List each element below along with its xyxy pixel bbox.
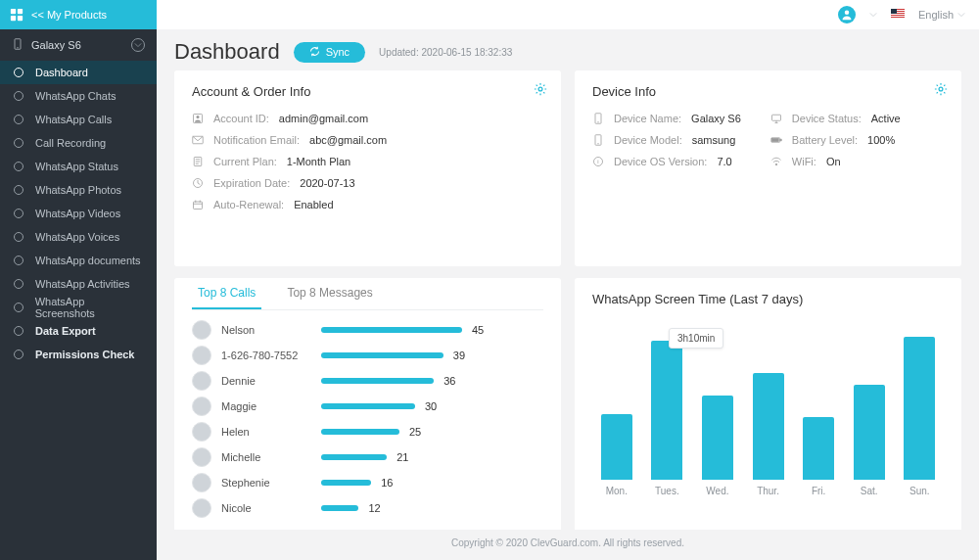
bar — [321, 378, 434, 384]
bar-wrap: 36 — [321, 375, 543, 387]
info-value: Active — [871, 113, 901, 124]
contact-name: Stephenie — [221, 477, 311, 489]
sidebar-item-data-export[interactable]: Data Export — [0, 319, 157, 343]
info-value: 100% — [867, 134, 895, 146]
my-products-link[interactable]: << My Products — [0, 0, 157, 29]
sidebar-item-label: Dashboard — [35, 67, 88, 78]
info-value: Galaxy S6 — [691, 113, 741, 124]
svg-point-12 — [15, 210, 23, 218]
menu-icon — [12, 255, 25, 266]
phone-icon — [12, 38, 23, 52]
contact-name: Maggie — [221, 400, 311, 412]
sidebar-item-whatsapp-chats[interactable]: WhatsApp Chats — [0, 84, 157, 108]
sidebar-item-whatsapp-voices[interactable]: WhatsApp Voices — [0, 225, 157, 249]
avatar — [192, 346, 211, 365]
svg-rect-51 — [780, 139, 782, 141]
info-value: samsung — [692, 134, 736, 146]
chart-column[interactable]: Thur. — [750, 373, 787, 496]
svg-rect-2 — [11, 16, 16, 21]
account-card: Account & Order Info Account ID: admin@g… — [174, 70, 561, 266]
svg-point-11 — [15, 186, 23, 195]
device-selector[interactable]: Galaxy S6 — [0, 29, 157, 61]
info-icon — [592, 134, 604, 146]
menu-icon — [12, 161, 25, 172]
svg-point-40 — [939, 87, 943, 91]
bar — [321, 429, 399, 435]
avatar — [192, 498, 211, 518]
bar — [321, 505, 358, 511]
chart-column[interactable]: Fri. — [800, 417, 837, 496]
tab-top-calls[interactable]: Top 8 Calls — [192, 282, 261, 309]
chart-bar — [904, 337, 935, 480]
sidebar-item-whatsapp-activities[interactable]: WhatsApp Activities — [0, 272, 157, 296]
info-value: admin@gmail.com — [279, 113, 368, 124]
info-row: Account ID: admin@gmail.com — [192, 113, 543, 124]
bar-wrap: 12 — [321, 502, 543, 514]
chevron-down-icon[interactable] — [869, 9, 877, 21]
menu-icon — [12, 114, 25, 125]
contact-name: Dennie — [221, 375, 311, 387]
chart-bar — [601, 414, 632, 481]
svg-rect-24 — [891, 15, 905, 16]
menu-icon — [12, 302, 25, 313]
menu-icon — [12, 231, 25, 243]
sidebar-item-whatsapp-documents[interactable]: WhatsApp documents — [0, 249, 157, 272]
chart-column[interactable]: Sun. — [901, 337, 938, 496]
call-row: Michelle21 — [192, 447, 543, 467]
main: English Dashboard Sync Updated: 2020-06-… — [157, 0, 979, 560]
sidebar-item-call-recording[interactable]: Call Recording — [0, 131, 157, 155]
bar — [321, 454, 387, 460]
bar-wrap: 39 — [321, 350, 543, 361]
sync-icon — [309, 46, 320, 59]
svg-point-15 — [15, 280, 23, 289]
sidebar-item-whatsapp-screenshots[interactable]: WhatsApp Screenshots — [0, 296, 157, 319]
chart-column[interactable]: Wed. — [699, 396, 736, 496]
sync-button[interactable]: Sync — [294, 42, 365, 63]
svg-point-7 — [15, 92, 23, 101]
gear-icon[interactable] — [534, 82, 547, 99]
chart-column[interactable]: Sat. — [851, 385, 888, 497]
svg-point-16 — [14, 303, 23, 312]
sidebar-item-whatsapp-photos[interactable]: WhatsApp Photos — [0, 178, 157, 202]
menu-icon — [12, 325, 25, 337]
avatar — [192, 371, 211, 391]
tabs: Top 8 Calls Top 8 Messages — [192, 282, 543, 310]
svg-point-19 — [845, 11, 850, 16]
svg-rect-36 — [194, 202, 203, 210]
chart-label: Sat. — [861, 486, 878, 496]
contact-name: 1-626-780-7552 — [221, 350, 311, 361]
info-icon: i — [592, 156, 604, 167]
tab-top-messages[interactable]: Top 8 Messages — [281, 282, 378, 309]
flag-icon — [891, 9, 905, 21]
sidebar-item-whatsapp-calls[interactable]: WhatsApp Calls — [0, 108, 157, 131]
info-label: Notification Email: — [213, 134, 300, 146]
info-icon — [770, 113, 782, 124]
user-avatar[interactable] — [838, 6, 856, 23]
svg-rect-52 — [771, 139, 778, 142]
sidebar-item-whatsapp-videos[interactable]: WhatsApp Videos — [0, 202, 157, 225]
info-label: Account ID: — [213, 113, 269, 124]
chart-column[interactable]: Mon. — [598, 414, 635, 497]
sidebar-item-whatsapp-status[interactable]: WhatsApp Status — [0, 155, 157, 178]
gear-icon[interactable] — [934, 82, 948, 99]
sidebar-item-dashboard[interactable]: Dashboard — [0, 61, 157, 84]
bar — [321, 352, 443, 358]
info-label: Device Status: — [792, 113, 862, 124]
info-icon — [192, 156, 204, 167]
info-row: Expiration Date: 2020-07-13 — [192, 177, 543, 189]
call-row: Nicole12 — [192, 498, 543, 518]
svg-rect-26 — [891, 9, 897, 14]
chart-label: Sun. — [909, 486, 930, 496]
info-label: Battery Level: — [792, 134, 858, 146]
sidebar-item-label: WhatsApp Voices — [35, 231, 119, 243]
calls-card: Top 8 Calls Top 8 Messages Nelson451-626… — [174, 278, 561, 530]
language-selector[interactable]: English — [918, 9, 965, 21]
chart-column[interactable]: Tues. — [649, 341, 686, 497]
menu-icon — [12, 349, 25, 360]
bar-wrap: 16 — [321, 477, 543, 489]
info-label: Device Name: — [614, 113, 681, 124]
info-row: Device Name: Galaxy S6 — [592, 113, 741, 124]
updated-label: Updated: 2020-06-15 18:32:33 — [379, 47, 512, 58]
info-value: 1-Month Plan — [287, 156, 350, 167]
sidebar-item-permissions-check[interactable]: Permissions Check — [0, 343, 157, 366]
